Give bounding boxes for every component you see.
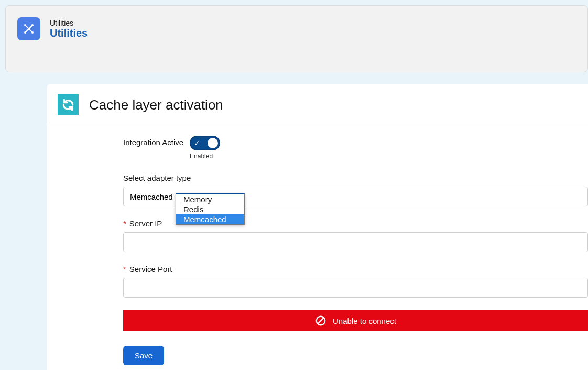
- refresh-icon: [58, 94, 79, 115]
- save-button[interactable]: Save: [123, 346, 164, 365]
- required-marker: *: [123, 219, 126, 228]
- adapter-option-memcached[interactable]: Memcached: [176, 214, 244, 224]
- svg-line-6: [29, 25, 32, 29]
- service-port-label: *Service Port: [123, 265, 588, 274]
- toggle-knob: [208, 138, 218, 148]
- integration-active-label: Integration Active: [123, 136, 183, 149]
- connection-error-text: Unable to connect: [333, 317, 396, 325]
- breadcrumb-page: Utilities: [50, 27, 88, 39]
- connection-error-alert: Unable to connect: [123, 310, 588, 331]
- service-port-input[interactable]: [123, 278, 588, 298]
- svg-line-10: [318, 318, 324, 324]
- svg-line-7: [25, 29, 29, 32]
- svg-line-8: [29, 29, 32, 32]
- svg-line-5: [25, 25, 29, 29]
- integration-active-toggle[interactable]: ✓: [190, 136, 220, 150]
- server-ip-input[interactable]: [123, 232, 588, 252]
- server-ip-label-text: Server IP: [129, 219, 162, 228]
- prohibited-icon: [315, 315, 326, 327]
- adapter-type-dropdown[interactable]: Memory Redis Memcached: [176, 193, 245, 225]
- service-port-label-text: Service Port: [129, 265, 172, 274]
- utilities-icon: [17, 17, 40, 40]
- required-marker: *: [123, 265, 126, 274]
- integration-active-state: Enabled: [190, 153, 213, 160]
- adapter-type-label: Select adapter type: [123, 173, 588, 182]
- adapter-option-memory[interactable]: Memory: [176, 194, 244, 204]
- breadcrumb-bar: Utilities Utilities: [5, 5, 588, 72]
- settings-card: Cache layer activation Integration Activ…: [47, 84, 588, 370]
- adapter-option-redis[interactable]: Redis: [176, 204, 244, 214]
- check-icon: ✓: [194, 138, 200, 148]
- page-title: Cache layer activation: [89, 97, 223, 113]
- breadcrumb-section: Utilities: [50, 19, 88, 27]
